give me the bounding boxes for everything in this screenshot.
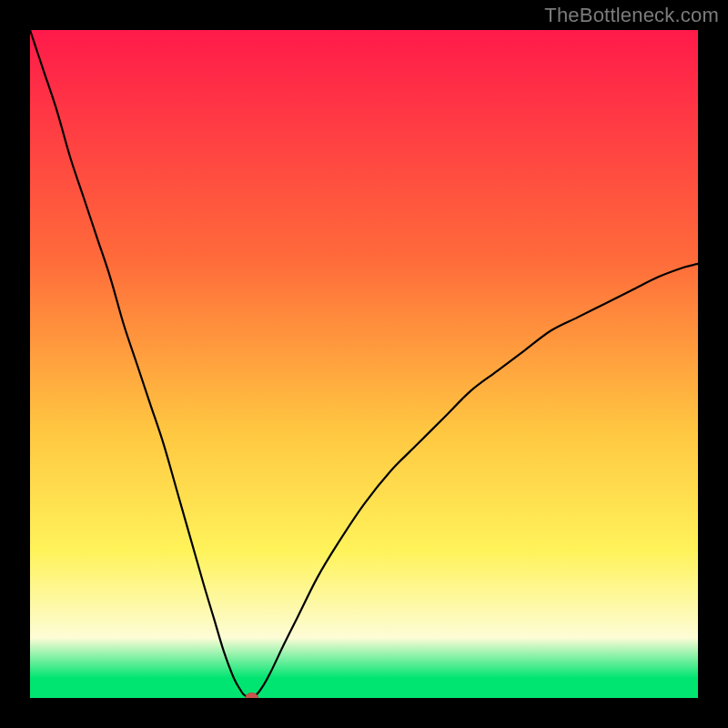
bottleneck-chart (30, 30, 698, 698)
watermark-text: TheBottleneck.com (544, 4, 719, 27)
plot-area (30, 30, 698, 698)
gradient-background (30, 30, 698, 698)
chart-frame: TheBottleneck.com (0, 0, 728, 728)
